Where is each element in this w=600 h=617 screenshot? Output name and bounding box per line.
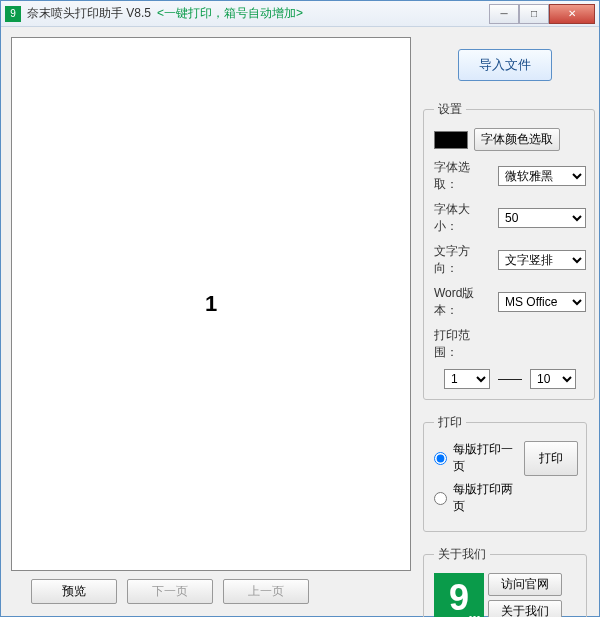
about-group: 关于我们 9 奈末科技 访问官网 关于我们 注册 — [423, 546, 587, 617]
direction-select[interactable]: 文字竖排 — [498, 250, 586, 270]
print-group: 打印 每版打印一页 每版打印两页 打印 — [423, 414, 587, 532]
nav-buttons: 预览 下一页 上一页 — [11, 571, 411, 606]
size-select[interactable]: 50 — [498, 208, 586, 228]
app-icon: 9 — [5, 6, 21, 22]
color-pick-button[interactable]: 字体颜色选取 — [474, 128, 560, 151]
window-title: 奈末喷头打印助手 V8.5 — [27, 5, 151, 22]
about-us-button[interactable]: 关于我们 — [488, 600, 562, 617]
settings-group: 设置 字体颜色选取 字体选取： 微软雅黑 字体大小： 50 文字方向： 文字竖排 — [423, 101, 595, 400]
window-controls: ─ □ ✕ — [489, 4, 595, 24]
visit-site-button[interactable]: 访问官网 — [488, 573, 562, 596]
about-logo-block: 9 奈末科技 — [434, 573, 484, 617]
preview-button[interactable]: 预览 — [31, 579, 117, 604]
logo-icon: 9 — [434, 573, 484, 617]
word-label: Word版本： — [434, 285, 492, 319]
import-file-button[interactable]: 导入文件 — [458, 49, 552, 81]
preview-area: 1 — [11, 37, 411, 571]
print-button[interactable]: 打印 — [524, 441, 578, 476]
left-panel: 1 预览 下一页 上一页 — [1, 27, 417, 616]
range-from-select[interactable]: 1 — [444, 369, 490, 389]
range-label: 打印范围： — [434, 327, 492, 361]
print-option-2[interactable]: 每版打印两页 — [434, 481, 516, 515]
range-separator: —— — [498, 372, 522, 386]
maximize-button[interactable]: □ — [519, 4, 549, 24]
size-label: 字体大小： — [434, 201, 492, 235]
print-radio-1[interactable] — [434, 452, 447, 465]
print-radio-2[interactable] — [434, 492, 447, 505]
direction-label: 文字方向： — [434, 243, 492, 277]
print-legend: 打印 — [434, 414, 466, 431]
window-hint: <一键打印，箱号自动增加> — [157, 5, 303, 22]
font-label: 字体选取： — [434, 159, 492, 193]
app-window: 9 奈末喷头打印助手 V8.5 <一键打印，箱号自动增加> ─ □ ✕ 1 预览… — [0, 0, 600, 617]
range-to-select[interactable]: 10 — [530, 369, 576, 389]
font-select[interactable]: 微软雅黑 — [498, 166, 586, 186]
word-select[interactable]: MS Office — [498, 292, 586, 312]
page-number: 1 — [205, 291, 217, 317]
prev-page-button[interactable]: 上一页 — [223, 579, 309, 604]
color-swatch[interactable] — [434, 131, 468, 149]
about-legend: 关于我们 — [434, 546, 490, 563]
print-option-1[interactable]: 每版打印一页 — [434, 441, 516, 475]
settings-legend: 设置 — [434, 101, 466, 118]
close-button[interactable]: ✕ — [549, 4, 595, 24]
titlebar: 9 奈末喷头打印助手 V8.5 <一键打印，箱号自动增加> ─ □ ✕ — [1, 1, 599, 27]
next-page-button[interactable]: 下一页 — [127, 579, 213, 604]
right-panel: 导入文件 设置 字体颜色选取 字体选取： 微软雅黑 字体大小： 50 文字方向： — [417, 27, 599, 616]
content-area: 1 预览 下一页 上一页 导入文件 设置 字体颜色选取 字体选取： 微软雅黑 — [1, 27, 599, 616]
minimize-button[interactable]: ─ — [489, 4, 519, 24]
